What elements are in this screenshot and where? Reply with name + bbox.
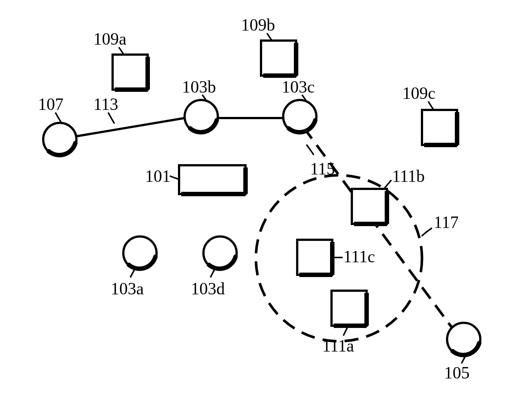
node-111a xyxy=(332,291,367,326)
label-111c: 111c xyxy=(343,248,375,265)
label-103d: 103d xyxy=(191,280,225,297)
label-109a: 109a xyxy=(93,31,126,48)
leader-111b xyxy=(384,180,391,189)
leader-115 xyxy=(306,145,314,155)
label-115: 115 xyxy=(310,160,335,177)
label-107: 107 xyxy=(38,96,64,113)
leader-101 xyxy=(170,176,179,179)
label-103b: 103b xyxy=(182,79,216,96)
label-109c: 109c xyxy=(402,85,435,102)
edge-115-dashed xyxy=(303,127,455,332)
label-113: 113 xyxy=(93,96,118,113)
label-101: 101 xyxy=(145,168,171,185)
label-111a: 111a xyxy=(322,338,354,355)
node-109a xyxy=(113,55,148,90)
leader-107 xyxy=(55,113,61,122)
node-101 xyxy=(179,165,246,194)
label-103a: 103a xyxy=(111,280,144,297)
diagram-canvas: 109a 109b 109c 107 113 103b 103c 101 115… xyxy=(0,0,532,415)
node-111b xyxy=(352,189,387,224)
label-111b: 111b xyxy=(392,168,425,185)
leader-117 xyxy=(422,228,432,236)
node-109b xyxy=(261,41,296,76)
node-111c xyxy=(297,240,332,275)
label-109b: 109b xyxy=(241,17,275,34)
label-103c: 103c xyxy=(282,79,315,96)
label-117: 117 xyxy=(434,214,459,231)
node-109c xyxy=(422,110,457,145)
leader-113 xyxy=(108,113,114,124)
diagram-svg xyxy=(0,0,532,415)
label-105: 105 xyxy=(444,364,470,381)
